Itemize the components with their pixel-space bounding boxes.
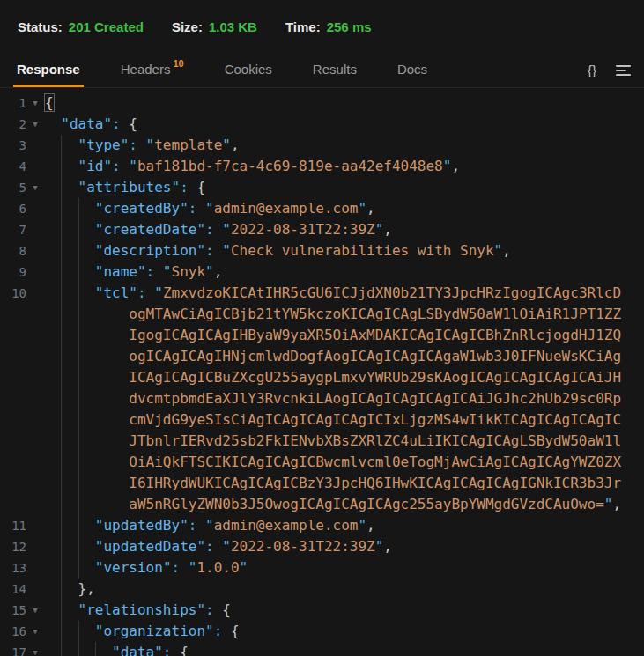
indent-guide	[61, 325, 62, 346]
token: "	[375, 221, 384, 238]
code-content: ogMTAwCiAgICBjb21tYW5kczoKICAgICAgLSBydW…	[44, 304, 644, 325]
token: "	[604, 496, 613, 512]
format-json-icon[interactable]: {}	[588, 63, 596, 77]
token	[44, 496, 129, 512]
token: ": "	[180, 517, 214, 534]
gutter: 5▼	[0, 177, 44, 198]
token	[44, 623, 95, 639]
code-content: "data": {	[44, 114, 644, 135]
tab-docs[interactable]: Docs	[394, 53, 431, 87]
code-line: IgogICAgICAgIHByaW9yaXR5OiAxMDAKICAgICAg…	[0, 325, 644, 346]
line-number	[0, 388, 26, 409]
fold-spacer	[26, 262, 44, 283]
indent-guide	[95, 642, 96, 656]
indent-guide	[61, 515, 62, 536]
token: template	[154, 136, 222, 153]
line-number: 17	[0, 642, 26, 656]
gutter: 17▼	[0, 642, 44, 656]
indent-guide	[61, 219, 62, 240]
tab-label: Cookies	[225, 62, 272, 77]
token	[44, 517, 95, 534]
indent-guide	[61, 304, 62, 325]
token: I6IHRydWUKICAgICAgICBzY3JpcHQ6IHwKICAgIC…	[129, 475, 621, 491]
code-line: 11 "updatedBy": "admin@example.com",	[0, 515, 644, 536]
token: ": "	[121, 136, 155, 153]
fold-toggle-icon[interactable]: ▼	[26, 114, 44, 135]
token: ogMTAwCiAgICBjb21tYW5kczoKICAgICAgLSBydW…	[129, 306, 621, 322]
line-number	[0, 304, 26, 325]
indent-guide	[78, 219, 79, 240]
fold-toggle-icon[interactable]: ▼	[26, 177, 44, 198]
token: ": "	[137, 263, 172, 280]
token	[44, 306, 129, 322]
fold-spacer	[26, 346, 44, 367]
token: tcl	[103, 284, 129, 301]
fold-toggle-icon[interactable]: ▼	[26, 600, 44, 621]
response-panel: Status: 201 Created Size: 1.03 KB Time: …	[0, 0, 644, 656]
fold-toggle-icon[interactable]: ▼	[26, 92, 44, 114]
code-content: "createdBy": "admin@example.com",	[44, 198, 644, 219]
menu-icon[interactable]	[616, 63, 632, 78]
indent-guide	[78, 515, 79, 536]
tab-results[interactable]: Results	[309, 53, 360, 87]
tab-actions: {}	[588, 53, 632, 87]
code-line: 12 "updatedDate": "2022-08-31T22:39Z",	[0, 536, 644, 557]
token: ":	[172, 179, 197, 195]
line-number	[0, 473, 26, 494]
tab-cookies[interactable]: Cookies	[221, 53, 276, 87]
token: "	[95, 623, 104, 639]
gutter	[0, 304, 44, 325]
token	[44, 242, 95, 259]
fold-toggle-icon[interactable]: ▼	[26, 621, 44, 642]
code-line: 16▼ "organization": {	[0, 621, 644, 642]
gutter: 10	[0, 283, 44, 304]
code-line: 1▼{	[0, 92, 644, 114]
token: {	[129, 115, 137, 132]
fold-toggle-icon[interactable]: ▼	[26, 642, 44, 656]
indent-guide	[78, 367, 79, 388]
code-content: {	[44, 92, 644, 114]
token: data	[121, 644, 155, 656]
size-label: Size:	[172, 19, 203, 34]
status-bar: Status: 201 Created Size: 1.03 KB Time: …	[0, 0, 644, 53]
gutter	[0, 409, 44, 431]
gutter: 3	[0, 135, 44, 156]
code-lines: 1▼{2▼ "data": {3 "type": "template",4 "i…	[0, 92, 644, 656]
token: createdBy	[103, 200, 180, 217]
code-content: "tcl": "ZmxvdzoKICAtIHR5cGU6ICJjdXN0b21T…	[44, 283, 644, 304]
code-line: 5▼ "attributes": {	[0, 177, 644, 198]
gutter: 1▼	[0, 92, 44, 114]
indent-guide	[78, 240, 79, 262]
line-number: 4	[0, 156, 26, 177]
fold-spacer	[26, 494, 44, 515]
fold-spacer	[26, 219, 44, 240]
token: createdDate	[103, 221, 196, 238]
indent-guide	[61, 198, 62, 219]
code-content: cmVjdG9yeSIsCiAgICAgICAgICAgICIxLjgzMS4w…	[44, 409, 644, 431]
token: {	[196, 179, 205, 195]
indent-guide	[78, 409, 79, 431]
line-number: 12	[0, 536, 26, 557]
response-body-editor[interactable]: 1▼{2▼ "data": {3 "type": "template",4 "i…	[0, 88, 644, 656]
token: ":	[154, 644, 180, 656]
tab-headers[interactable]: Headers10	[117, 53, 188, 87]
token: ": "	[180, 200, 214, 217]
token: 2022-08-31T22:39Z	[231, 221, 375, 238]
line-number: 16	[0, 621, 26, 642]
indent-guide	[61, 367, 62, 388]
line-number: 3	[0, 135, 26, 156]
token: ":	[196, 601, 222, 618]
token: organization	[103, 623, 205, 639]
token: ":	[103, 115, 129, 132]
token: ,	[383, 221, 392, 238]
token: "	[95, 559, 104, 576]
fold-spacer	[26, 283, 44, 304]
token: ZmxvdzoKICAtIHR5cGU6ICJjdXN0b21TY3JpcHRz…	[163, 284, 621, 301]
code-line: I6IHRydWUKICAgICAgICBzY3JpcHQ6IHwKICAgIC…	[0, 473, 644, 494]
token: id	[86, 158, 103, 174]
code-line: ogMTAwCiAgICBjb21tYW5kczoKICAgICAgLSBydW…	[0, 304, 644, 325]
line-number: 14	[0, 579, 26, 600]
tab-label: Response	[17, 62, 80, 77]
tab-response[interactable]: Response	[13, 53, 84, 87]
token	[44, 538, 95, 555]
